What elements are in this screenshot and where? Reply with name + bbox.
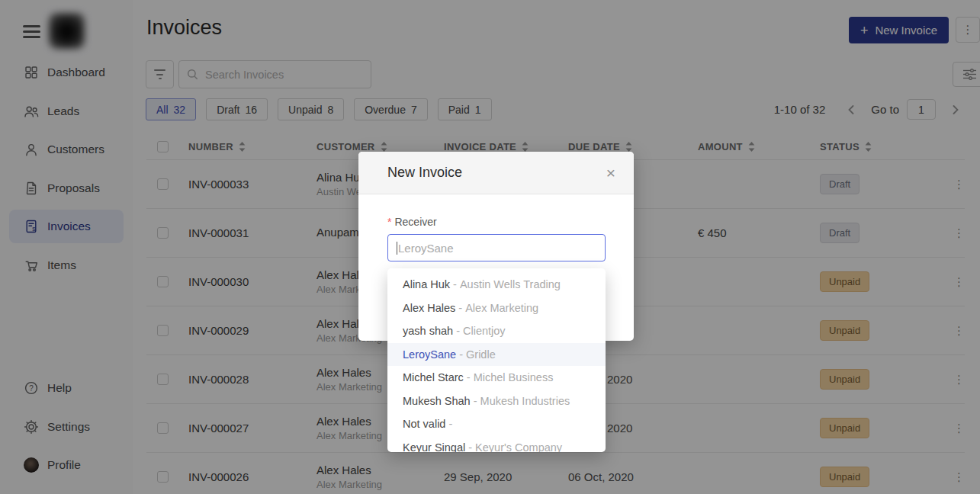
dropdown-option[interactable]: LeroySane - Gridle <box>387 343 606 367</box>
required-asterisk: * <box>387 216 391 228</box>
dropdown-option[interactable]: Not valid - <box>387 412 606 436</box>
option-separator: - <box>450 278 460 290</box>
option-separator: - <box>465 441 475 452</box>
option-separator: - <box>445 418 455 430</box>
receiver-label: *Receiver <box>387 216 606 228</box>
dropdown-option[interactable]: Keyur Singal - Keyur's Company <box>387 436 606 453</box>
option-customer-name: LeroySane <box>403 348 456 361</box>
modal-body: *Receiver LeroySane <box>358 194 634 261</box>
text-caret <box>397 242 397 255</box>
option-customer-name: Keyur Singal <box>403 441 465 452</box>
option-separator: - <box>456 348 466 361</box>
dropdown-option[interactable]: yash shah - Clientjoy <box>387 319 606 343</box>
option-company-name: Alex Marketing <box>465 302 538 314</box>
receiver-dropdown: Alina Huk - Austin Wells Trading Alex Ha… <box>387 268 606 452</box>
option-separator: - <box>453 325 463 337</box>
option-company-name: Mukesh Industries <box>480 395 570 407</box>
option-separator: - <box>464 371 474 383</box>
option-company-name: Gridle <box>466 348 496 361</box>
dropdown-option[interactable]: Mukesh Shah - Mukesh Industries <box>387 390 606 413</box>
dropdown-option[interactable]: Alina Huk - Austin Wells Trading <box>387 273 606 297</box>
option-company-name: Austin Wells Trading <box>460 278 561 290</box>
receiver-value: LeroySane <box>398 242 454 255</box>
option-customer-name: Mukesh Shah <box>403 395 471 407</box>
modal-header: New Invoice × <box>358 152 634 194</box>
option-company-name: Clientjoy <box>463 325 506 337</box>
modal-title: New Invoice <box>387 165 606 181</box>
option-separator: - <box>471 395 480 407</box>
receiver-input[interactable]: LeroySane <box>387 234 606 261</box>
option-customer-name: Not valid <box>403 418 445 430</box>
option-customer-name: Alex Hales <box>403 302 455 314</box>
dropdown-option[interactable]: Michel Starc - Michel Business <box>387 366 606 390</box>
option-customer-name: Alina Huk <box>403 278 450 290</box>
close-icon[interactable]: × <box>606 165 615 181</box>
option-company-name: Keyur's Company <box>475 441 562 452</box>
option-company-name: Michel Business <box>474 371 554 383</box>
dropdown-option[interactable]: Alex Hales - Alex Marketing <box>387 297 606 320</box>
option-separator: - <box>455 302 465 314</box>
option-customer-name: yash shah <box>403 325 453 337</box>
option-customer-name: Michel Starc <box>403 371 464 383</box>
